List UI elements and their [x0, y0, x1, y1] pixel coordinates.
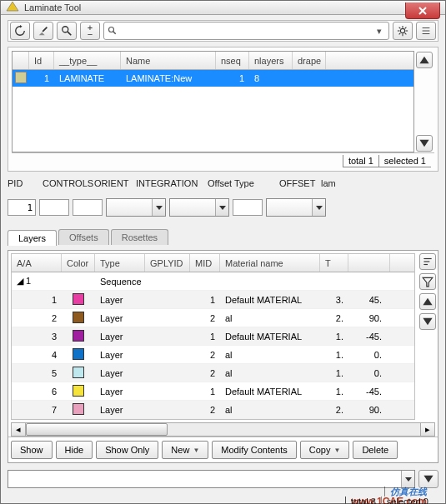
- svg-marker-20: [419, 140, 428, 147]
- layer-row[interactable]: 2Layer2al2.90.: [12, 309, 414, 327]
- col-type2[interactable]: Type: [95, 254, 145, 272]
- col-matname[interactable]: Material name: [220, 254, 320, 272]
- chevron-down-icon: [152, 199, 165, 216]
- scroll-right-icon[interactable]: ▸: [420, 423, 434, 436]
- offset-type-combo[interactable]: [169, 198, 229, 217]
- tab-rosettes[interactable]: Rosettes: [111, 229, 168, 245]
- orient-input[interactable]: [73, 199, 103, 216]
- layer-row[interactable]: 7Layer2al2.90.: [12, 401, 414, 419]
- col-name[interactable]: Name: [121, 52, 216, 69]
- svg-line-4: [68, 32, 71, 35]
- collapse-button[interactable]: [419, 293, 436, 310]
- layer-row[interactable]: 3Layer1Default MATERIAL1.-45.: [12, 327, 414, 346]
- svg-line-15: [405, 27, 407, 29]
- layer-row[interactable]: 1Layer1Default MATERIAL3.45.: [12, 291, 414, 309]
- expand-button[interactable]: [419, 313, 436, 330]
- bottom-combo[interactable]: [8, 470, 415, 488]
- svg-marker-19: [419, 57, 428, 63]
- search-icon: [108, 26, 118, 36]
- new-button[interactable]: New▼: [162, 441, 208, 459]
- search-input[interactable]: [121, 25, 373, 37]
- window-title: Laminate Tool: [24, 2, 81, 12]
- chevron-down-icon: [401, 471, 414, 487]
- svg-point-7: [400, 28, 404, 32]
- col-nlayers[interactable]: nlayers: [249, 52, 293, 69]
- show-button[interactable]: Show: [11, 441, 53, 459]
- bottom-down-button[interactable]: [418, 470, 438, 488]
- horizontal-scrollbar[interactable]: ◂ ▸: [11, 422, 435, 437]
- layers-grid-header: A/A Color Type GPLYID MID Material name …: [12, 254, 414, 272]
- sort-button[interactable]: [419, 253, 436, 270]
- svg-marker-28: [423, 298, 432, 305]
- settings-button[interactable]: [393, 22, 413, 40]
- laminate-grid-header: Id __type__ Name nseq nlayers drape: [13, 52, 413, 70]
- col-color[interactable]: Color: [62, 254, 95, 272]
- search-box[interactable]: ▾: [103, 22, 389, 40]
- chevron-down-icon: [312, 199, 325, 216]
- layers-grid[interactable]: A/A Color Type GPLYID MID Material name …: [11, 253, 415, 420]
- modify-contents-button[interactable]: Modify Contents: [212, 441, 296, 459]
- col-aa[interactable]: A/A: [12, 254, 62, 272]
- svg-marker-29: [423, 318, 432, 325]
- offset-label: OFFSET: [279, 178, 314, 188]
- minus-icon: −: [88, 31, 93, 37]
- offset-input[interactable]: [233, 199, 263, 216]
- tab-offsets[interactable]: Offsets: [58, 229, 109, 245]
- layer-row[interactable]: 6Layer1Default MATERIAL1.-45.: [12, 382, 414, 401]
- svg-line-14: [399, 33, 401, 35]
- app-icon: [6, 1, 19, 14]
- laminate-tool-window: Laminate Tool +− ▾: [0, 0, 446, 504]
- hide-button[interactable]: Hide: [56, 441, 93, 459]
- chevron-down-icon: ▼: [193, 447, 199, 454]
- svg-marker-22: [219, 206, 226, 210]
- col-type[interactable]: __type__: [54, 52, 121, 69]
- color-swatch: [73, 293, 84, 305]
- pid-input[interactable]: [8, 199, 36, 216]
- lam-combo[interactable]: [266, 198, 326, 217]
- move-up-button[interactable]: [416, 52, 433, 68]
- close-button[interactable]: [405, 2, 440, 19]
- zoom-button[interactable]: [57, 22, 77, 40]
- titlebar: Laminate Tool: [1, 1, 445, 15]
- col-t[interactable]: T: [320, 254, 348, 272]
- col-drape[interactable]: drape: [293, 52, 326, 69]
- controls-label: CONTROLS: [43, 178, 88, 188]
- svg-marker-0: [7, 2, 18, 11]
- col-gplyid[interactable]: GPLYID: [145, 254, 190, 272]
- controls-input[interactable]: [39, 199, 69, 216]
- col-angle[interactable]: [348, 254, 390, 272]
- brush-button[interactable]: [33, 22, 53, 40]
- layer-row[interactable]: 5Layer2al1.0.: [12, 364, 414, 382]
- scroll-thumb[interactable]: [26, 423, 168, 436]
- move-down-button[interactable]: [416, 135, 433, 152]
- color-swatch: [73, 312, 84, 323]
- scroll-left-icon[interactable]: ◂: [12, 423, 26, 436]
- layers-panel: A/A Color Type GPLYID MID Material name …: [8, 250, 438, 463]
- search-dropdown[interactable]: ▾: [373, 26, 385, 37]
- main-toolbar: +− ▾: [8, 20, 438, 42]
- plus-minus-button[interactable]: +−: [80, 22, 100, 40]
- delete-button[interactable]: Delete: [353, 441, 398, 459]
- copy-button[interactable]: Copy▼: [300, 441, 350, 459]
- laminate-grid[interactable]: Id __type__ Name nseq nlayers drape 1 LA…: [12, 51, 414, 152]
- col-mid[interactable]: MID: [190, 254, 220, 272]
- color-swatch: [73, 330, 84, 342]
- svg-line-12: [399, 27, 401, 29]
- sequence-row[interactable]: ◢ 1Sequence: [12, 272, 414, 291]
- refresh-button[interactable]: [10, 22, 30, 40]
- toolbar-lines-icon[interactable]: [416, 22, 436, 40]
- color-swatch: [73, 367, 84, 378]
- tab-layers[interactable]: Layers: [8, 230, 57, 246]
- chevron-down-icon: ▼: [333, 447, 340, 454]
- lam-label: lam: [321, 178, 336, 188]
- svg-marker-27: [423, 277, 433, 287]
- col-id[interactable]: Id: [29, 52, 54, 69]
- laminate-list-panel: Id __type__ Name nseq nlayers drape 1 LA…: [8, 47, 438, 172]
- filter-button[interactable]: [419, 273, 436, 290]
- layer-row[interactable]: 4Layer2al1.0.: [12, 346, 414, 364]
- laminate-row[interactable]: 1 LAMINATE LAMINATE:New 1 8: [13, 70, 413, 87]
- svg-marker-31: [423, 476, 433, 482]
- show-only-button[interactable]: Show Only: [96, 441, 158, 459]
- col-nseq[interactable]: nseq: [216, 52, 249, 69]
- integration-combo[interactable]: [106, 198, 166, 217]
